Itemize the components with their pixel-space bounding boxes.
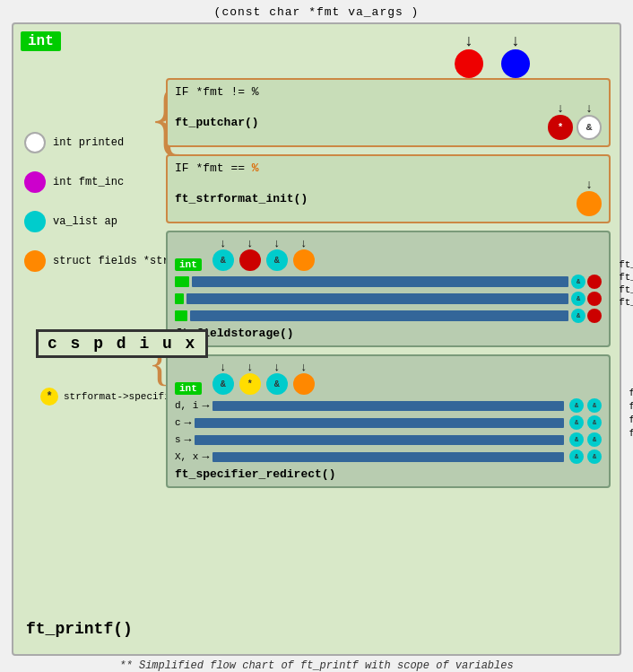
rd-circle-amp2: & bbox=[266, 373, 288, 395]
bar-circles-1: & bbox=[571, 275, 602, 289]
circle-blue bbox=[501, 49, 530, 78]
func-strformat-init: ft_strformat_init() bbox=[175, 192, 308, 205]
rr-2: s → & & bbox=[175, 432, 602, 447]
bar-blue-2 bbox=[186, 293, 568, 304]
fs-label-1: ft_fillwidth() bbox=[619, 272, 633, 283]
specifier-label: strformat->specifier bbox=[64, 391, 182, 402]
rr-bar-2 bbox=[195, 435, 564, 445]
rr-bar-0 bbox=[212, 401, 564, 411]
rr-bc3-cyan: & bbox=[569, 449, 584, 464]
bar-circles-3: & bbox=[571, 309, 602, 323]
legend-circle-white bbox=[24, 132, 46, 153]
bar-row-1: & bbox=[175, 275, 602, 289]
rr-bc1-cyan: & bbox=[569, 415, 584, 430]
fs-circle-orange bbox=[293, 249, 315, 271]
bar-blue-3 bbox=[190, 310, 568, 321]
if-block-1: IF *fmt != % ft_putchar() ↓ * ↓ & bbox=[166, 78, 611, 147]
bar-green-2 bbox=[175, 293, 184, 304]
fs-circle-amp1: & bbox=[212, 249, 234, 271]
if-condition-1: IF *fmt != % bbox=[175, 85, 602, 99]
bar-row-3: & bbox=[175, 309, 602, 323]
fs-int-badge: int bbox=[175, 258, 202, 271]
params-label: (const char *fmt va_args ) bbox=[214, 5, 420, 19]
rr-bc3-cyan2: & bbox=[587, 449, 602, 464]
specifier-row: * strformat->specifier bbox=[40, 388, 182, 406]
rr-3: X, x → & & bbox=[175, 449, 602, 464]
bc1-red bbox=[587, 275, 602, 289]
fs-label-2: ft_fillprecision() bbox=[619, 284, 633, 295]
func-redirect: ft_specifier_redirect() bbox=[175, 467, 602, 481]
bar-row-2: & bbox=[175, 292, 602, 306]
fs-circle-amp2: & bbox=[266, 249, 288, 271]
bc2-red bbox=[587, 292, 602, 306]
rr-bc0-cyan2: & bbox=[587, 398, 602, 413]
bc3-cyan: & bbox=[571, 309, 585, 323]
rd-circles-row: ↓ & ↓ * ↓ & ↓ bbox=[212, 362, 315, 395]
bar-green-1 bbox=[175, 276, 189, 287]
rd-right-labels: ft_printint() ft_printchar() ft_printstr… bbox=[629, 388, 633, 439]
fs-label-0: ft_fillflags() bbox=[619, 259, 633, 270]
if1-circle-amp: & bbox=[577, 115, 602, 140]
legend-circle-cyan bbox=[24, 211, 46, 232]
rr-bc1-cyan2: & bbox=[587, 415, 602, 430]
rr-arrow-3: → bbox=[202, 450, 209, 464]
rd-circle-orange bbox=[293, 373, 315, 395]
rr-0: d, i → & & bbox=[175, 398, 602, 413]
legend-circle-magenta bbox=[24, 171, 46, 193]
bc2-cyan: & bbox=[571, 292, 585, 306]
if1-circle-star: * bbox=[548, 115, 573, 140]
bar-blue-1 bbox=[192, 276, 568, 287]
rr-bc2-cyan2: & bbox=[587, 432, 602, 447]
arrow-down-red: ↓ bbox=[464, 33, 474, 49]
rr-bc0-cyan: & bbox=[569, 398, 584, 413]
if2-pct: % bbox=[252, 161, 259, 175]
rd-label-2: ft_printstr() bbox=[629, 415, 633, 425]
int-badge-main: int bbox=[21, 31, 61, 51]
rr-bar-3 bbox=[212, 452, 564, 462]
bc3-red bbox=[587, 309, 602, 323]
bottom-caption: ** Simplified flow chart of ft_printf wi… bbox=[119, 659, 513, 672]
if-func-row-1: ft_putchar() ↓ * ↓ & bbox=[175, 102, 602, 140]
rd-top-row: int ↓ & ↓ * ↓ & bbox=[175, 362, 602, 395]
ft-printf-label: ft_printf() bbox=[26, 620, 133, 638]
legend-label-printed: int printed bbox=[53, 136, 124, 149]
specifier-star-circle: * bbox=[40, 388, 58, 406]
bc1-cyan: & bbox=[571, 275, 585, 289]
rr-label-3: X, x bbox=[175, 451, 198, 462]
circle-red bbox=[455, 49, 483, 78]
if-block-2: IF *fmt == % ft_strformat_init() ↓ bbox=[166, 154, 611, 223]
main-container: (const char *fmt va_args ) int ↓ ↓ int bbox=[0, 0, 633, 672]
fs-label-3: ft_fillspecifier() bbox=[619, 297, 633, 308]
func-putchar: ft_putchar() bbox=[175, 116, 259, 129]
func-fieldstorage: ft_fieldstorage() bbox=[175, 327, 602, 340]
rd-label-1: ft_printchar() bbox=[629, 401, 633, 412]
fs-circles-row: ↓ & ↓ ↓ & ↓ bbox=[212, 238, 315, 271]
if1-circles: ↓ * ↓ & bbox=[548, 102, 602, 140]
diagram-wrapper: int ↓ ↓ int printed int fm bbox=[12, 22, 621, 656]
bar-green-3 bbox=[175, 310, 187, 321]
rr-label-1: c bbox=[175, 417, 181, 428]
redirect-block: int ↓ & ↓ * ↓ & bbox=[166, 354, 611, 488]
bar-circles-2: & bbox=[571, 292, 602, 306]
rr-arrow-2: → bbox=[185, 433, 192, 447]
fieldstorage-block: int ↓ & ↓ ↓ & bbox=[166, 231, 611, 347]
redirect-rows: d, i → & & c → & & s bbox=[175, 398, 602, 464]
rd-circle-amp1: & bbox=[212, 373, 234, 395]
legend-label-fmtinc: int fmt_inc bbox=[53, 176, 124, 188]
storage-bars: & & bbox=[175, 275, 602, 323]
arrow-down-blue: ↓ bbox=[511, 33, 521, 49]
fs-circle-red bbox=[239, 249, 261, 271]
rr-arrow-0: → bbox=[202, 399, 209, 413]
rd-label-3: ft_print...() bbox=[629, 428, 633, 439]
if-func-row-2: ft_strformat_init() ↓ bbox=[175, 179, 602, 216]
rd-int-badge: int bbox=[175, 382, 202, 395]
fs-top-row: int ↓ & ↓ ↓ & bbox=[175, 238, 602, 271]
rr-bar-1 bbox=[195, 418, 564, 428]
rd-circle-star: * bbox=[239, 373, 261, 395]
cspdiux-box: c s p d i u x bbox=[36, 329, 208, 358]
rr-label-2: s bbox=[175, 434, 181, 445]
legend-label-valist: va_list ap bbox=[53, 215, 117, 228]
rr-1: c → & & bbox=[175, 415, 602, 430]
rd-label-0: ft_printint() bbox=[629, 388, 633, 398]
legend-circle-orange bbox=[24, 250, 46, 272]
